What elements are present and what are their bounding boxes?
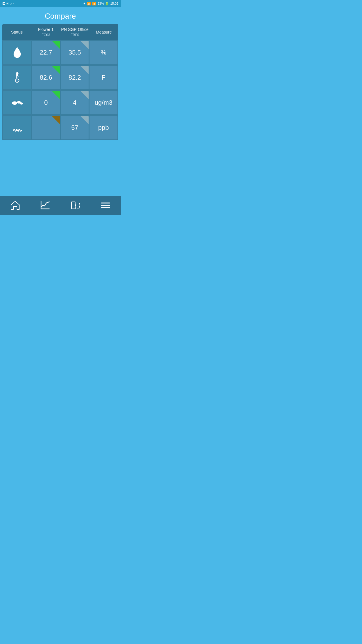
particles-val2: 4 (61, 91, 89, 114)
battery-percent: 93% (97, 2, 104, 5)
humidity-val2: 35.5 (61, 41, 89, 64)
menu-icon (100, 200, 111, 211)
compare-icon (70, 200, 81, 211)
nav-compare[interactable] (67, 197, 84, 214)
chart-icon (40, 200, 50, 211)
thermometer-icon (11, 71, 24, 84)
svg-rect-10 (71, 202, 75, 209)
svg-rect-11 (76, 203, 80, 209)
home-icon (10, 200, 20, 211)
time: 15:02 (110, 2, 118, 5)
row-voc: 57 ppb (2, 115, 118, 140)
status-icons: 🖼 ✉ ▷ · (2, 2, 14, 6)
particles-icon (11, 96, 24, 109)
particles-val1: 0 (32, 91, 60, 114)
particles-unit: ug/m3 (89, 91, 117, 114)
battery-icon: 🔋 (105, 2, 109, 6)
nav-menu[interactable] (97, 197, 114, 214)
header-measure: Measure (89, 27, 119, 37)
humidity-unit: % (89, 41, 117, 64)
bottom-navigation (0, 196, 121, 215)
row-humidity: 22.7 35.5 % (2, 40, 118, 65)
humidity-icon-cell (3, 41, 31, 64)
drop-icon (11, 46, 24, 59)
svg-point-7 (12, 102, 17, 105)
table-header: Status Flower 1 FC03 PN SGR Office FBF0 … (2, 24, 118, 40)
temp-val1: 82.6 (32, 66, 60, 89)
voc-val2: 57 (61, 116, 89, 139)
voc-icon-cell (3, 116, 31, 139)
page-header: Compare (0, 7, 121, 24)
compare-table: Status Flower 1 FC03 PN SGR Office FBF0 … (2, 24, 118, 140)
wifi-icon: 📶 (87, 2, 91, 6)
header-flower1: Flower 1 FC03 (31, 27, 61, 37)
temperature-icon-cell (3, 66, 31, 89)
row-temperature: 82.6 82.2 F (2, 65, 118, 90)
status-bar: 🖼 ✉ ▷ · ✦ 📶 📶 93% 🔋 15:02 (0, 0, 121, 7)
particles-icon-cell (3, 91, 31, 114)
row-particles: 0 4 ug/m3 (2, 90, 118, 115)
voc-icon (11, 121, 24, 134)
header-pn-sgr: PN SGR Office FBF0 (60, 27, 89, 37)
bluetooth-icon: ✦ (83, 2, 86, 6)
nav-home[interactable] (6, 197, 24, 214)
empty-content-area (0, 140, 121, 204)
humidity-val1: 22.7 (32, 41, 60, 64)
signal-icon: 📶 (92, 2, 96, 6)
voc-val1 (32, 116, 60, 139)
svg-point-9 (20, 102, 23, 104)
nav-chart[interactable] (36, 197, 54, 214)
header-status: Status (2, 27, 31, 37)
temp-val2: 82.2 (61, 66, 89, 89)
voc-unit: ppb (89, 116, 117, 139)
temp-unit: F (89, 66, 117, 89)
page-title: Compare (0, 12, 121, 21)
svg-point-3 (16, 79, 19, 82)
